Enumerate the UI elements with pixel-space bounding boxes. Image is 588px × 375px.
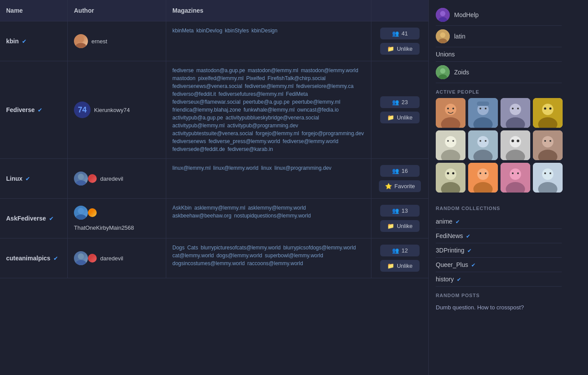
mag-tag[interactable]: mastodon xyxy=(172,75,196,81)
author-name[interactable]: ernest xyxy=(91,38,107,45)
mag-tag[interactable]: linux@lemmy.world xyxy=(213,165,258,171)
mag-tag[interactable]: friendica@lemmy.blahaj.zone xyxy=(172,107,241,113)
verified-icon: ✔ xyxy=(22,38,27,45)
author-name[interactable]: ThatOneKirbyMain2568 xyxy=(74,224,134,231)
collection-item-fedinews[interactable]: FediNews ✔ xyxy=(436,229,562,243)
mag-tag[interactable]: pixelfed@lemmy.ml xyxy=(198,75,244,81)
unlike-button[interactable]: 📁 Unlike xyxy=(380,112,420,123)
mag-tag[interactable]: dogsincostumes@lemmy.world xyxy=(172,260,245,266)
sidebar-label: ModHelp xyxy=(454,11,479,18)
count-button[interactable]: 👥 41 xyxy=(380,28,420,39)
author-name[interactable]: Kierunkowy74 xyxy=(94,107,130,113)
mag-tag[interactable]: activitypub@programming.dev xyxy=(227,123,298,129)
action-label: Unlike xyxy=(397,46,413,52)
mag-tag[interactable]: asklemmy@lemmy.ml xyxy=(194,205,245,211)
mag-tag[interactable]: linux xyxy=(261,165,272,171)
mag-tag[interactable]: kbinDevlog xyxy=(196,28,222,34)
mag-tag[interactable]: dogs@lemmy.world xyxy=(217,252,262,259)
sidebar-item-latin[interactable]: latin xyxy=(436,26,562,47)
collection-item-anime[interactable]: anime ✔ xyxy=(436,214,562,229)
mag-tag[interactable]: fediversenews xyxy=(172,138,206,144)
mag-tag[interactable]: mastodon@lemmy.ml xyxy=(248,67,298,74)
unlike-button[interactable]: 📁 Unlike xyxy=(380,260,420,272)
mag-tag[interactable]: linux@lemmy.ml xyxy=(172,165,210,171)
mag-tag[interactable]: kbinStyles xyxy=(225,28,249,34)
person-avatar[interactable] xyxy=(468,98,498,128)
mag-tag[interactable]: kbinMeta xyxy=(172,28,194,34)
mag-tag[interactable]: fediverseux@flamewar.social xyxy=(172,99,241,105)
count-button[interactable]: 👥 23 xyxy=(380,96,420,108)
person-avatar[interactable] xyxy=(500,163,530,193)
sidebar-item-modhelp[interactable]: ModHelp xyxy=(436,4,562,26)
mag-tag[interactable]: fediverse@karab.in xyxy=(228,146,273,152)
author-avatar-small xyxy=(88,254,97,263)
mag-tag[interactable]: fediverse xyxy=(172,67,194,74)
name-cell: Fediverse ✔ xyxy=(0,61,68,158)
mag-tag[interactable]: activitypubtestsuite@venera.social xyxy=(172,130,253,137)
person-avatar[interactable] xyxy=(436,98,466,128)
person-avatar[interactable] xyxy=(436,130,466,160)
check-icon: ✔ xyxy=(457,277,461,283)
mag-tag[interactable]: forgejo@programming.dev xyxy=(302,130,364,137)
sidebar-item-zoids[interactable]: Zoids xyxy=(436,62,562,83)
mag-tag[interactable]: cat@lemmy.world xyxy=(172,252,214,259)
mag-tag[interactable]: AskKbin xyxy=(172,205,192,211)
favorite-button[interactable]: ⭐ Favorite xyxy=(379,180,421,192)
mag-tag[interactable]: fediversenews@venera.social xyxy=(172,83,242,89)
mag-tag[interactable]: linux@programming.dev xyxy=(274,165,331,171)
author-name[interactable]: daredevil xyxy=(100,175,123,182)
random-post-item[interactable]: Dumb question. How to crosspost? xyxy=(436,301,562,313)
mag-tag[interactable]: Pixelfed xyxy=(246,75,265,81)
mag-tag[interactable]: fediversede@feddit.de xyxy=(172,146,225,152)
mag-tag[interactable]: asklemmy@lemmy.world xyxy=(248,205,306,211)
unlike-button[interactable]: 📁 Unlike xyxy=(380,43,420,55)
count-button[interactable]: 👥 13 xyxy=(380,205,420,217)
mag-tag[interactable]: askbeehaw@beehaw.org xyxy=(172,213,231,219)
mag-tag[interactable]: peertube@a.gup.pe xyxy=(243,99,290,105)
person-avatar[interactable] xyxy=(533,130,563,160)
author-name[interactable]: daredevil xyxy=(100,255,123,262)
mag-tag[interactable]: mastodon@lemmy.world xyxy=(301,67,358,74)
count-button[interactable]: 👥 12 xyxy=(380,245,420,256)
sidebar-item-unions[interactable]: Unions xyxy=(436,47,562,62)
mag-tag[interactable]: FediMeta xyxy=(286,91,308,97)
mag-tag[interactable]: activitypub@lemmy.ml xyxy=(172,123,224,129)
sidebar-avatar xyxy=(436,65,450,79)
mag-tag[interactable]: Dogs xyxy=(172,245,185,251)
mag-tag[interactable]: fediverse@lemmy.ml xyxy=(245,83,294,89)
mag-tag[interactable]: FirefishTalk@chirp.social xyxy=(267,75,326,81)
mag-tag[interactable]: fediverse_press@lemmy.world xyxy=(209,138,280,144)
person-avatar[interactable] xyxy=(468,163,498,193)
count-button[interactable]: 👥 16 xyxy=(380,165,420,177)
unlike-button[interactable]: 📁 Unlike xyxy=(380,220,420,232)
mag-tag[interactable]: nostupidquestions@lemmy.world xyxy=(234,213,311,219)
mag-tag[interactable]: Cats xyxy=(187,245,198,251)
collection-item-queer-plus[interactable]: Queer_Plus ✔ xyxy=(436,258,562,272)
mag-tag[interactable]: raccoons@lemmy.world xyxy=(247,260,303,266)
mag-tag[interactable]: owncast@fedia.io xyxy=(297,107,339,113)
count-value: 23 xyxy=(402,99,408,105)
person-avatar[interactable] xyxy=(533,98,563,128)
mag-tag[interactable]: kbinDesign xyxy=(252,28,277,34)
person-avatar[interactable] xyxy=(533,163,563,193)
person-avatar[interactable] xyxy=(436,163,466,193)
mag-tag[interactable]: fediverso@feddit.it xyxy=(172,91,216,97)
svg-point-39 xyxy=(445,136,456,147)
mag-tag[interactable]: superbowl@lemmy.world xyxy=(265,252,323,259)
mag-tag[interactable]: activitypub@a.gup.pe xyxy=(172,115,223,121)
mag-tag[interactable]: fediversefutures@lemmy.ml xyxy=(219,91,284,97)
mag-tag[interactable]: fediverse@lemmy.world xyxy=(283,138,338,144)
collection-item-history[interactable]: history ✔ xyxy=(436,272,562,287)
mag-tag[interactable]: fediverselore@lemmy.ca xyxy=(296,83,354,89)
mag-tag[interactable]: mastodon@a.gup.pe xyxy=(196,67,245,74)
collection-item-3dprinting[interactable]: 3DPrinting ✔ xyxy=(436,243,562,258)
mag-tag[interactable]: funkwhale@lemmy.ml xyxy=(244,107,295,113)
mag-tag[interactable]: peertube@lemmy.ml xyxy=(292,99,340,105)
mag-tag[interactable]: blurrypicturesofcats@lemmy.world xyxy=(201,245,281,251)
mag-tag[interactable]: blurrypicsofdogs@lemmy.world xyxy=(283,245,356,251)
mag-tag[interactable]: activitypubblueskybridge@venera.social xyxy=(226,115,319,121)
mag-tag[interactable]: forgejo@lemmy.ml xyxy=(256,130,299,137)
person-avatar[interactable] xyxy=(468,130,498,160)
person-avatar[interactable] xyxy=(500,130,530,160)
person-avatar[interactable] xyxy=(500,98,530,128)
